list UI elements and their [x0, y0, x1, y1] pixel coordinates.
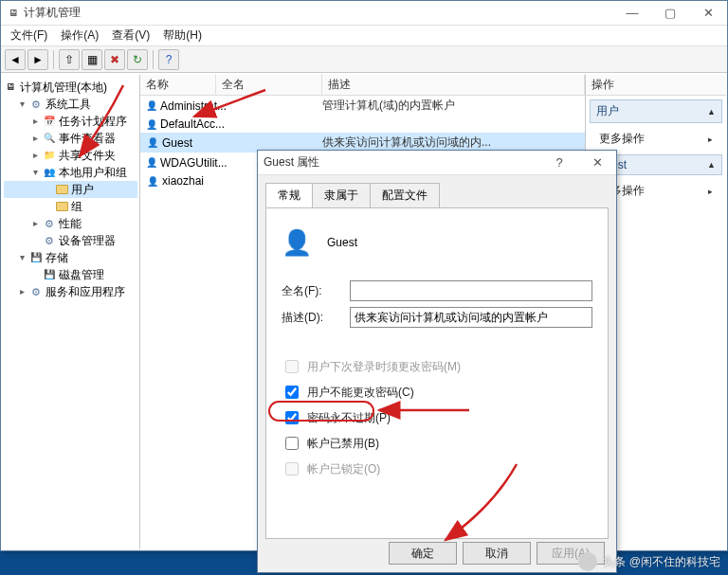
user-icon: 👤: [282, 227, 312, 258]
fullname-label: 全名(F):: [282, 283, 350, 299]
maximize-button[interactable]: ▢: [651, 1, 689, 26]
menu-help[interactable]: 帮助(H): [157, 26, 208, 45]
tree-root[interactable]: 计算机管理(本地): [4, 79, 137, 96]
col-fullname[interactable]: 全名: [216, 74, 322, 96]
tab-memberof[interactable]: 隶属于: [312, 183, 371, 207]
checkbox-row-locked: 帐户已锁定(O): [282, 459, 592, 478]
tab-general[interactable]: 常规: [265, 183, 313, 207]
checkbox-row-must-change: 用户下次登录时须更改密码(M): [282, 357, 592, 376]
titlebar: 计算机管理 — ▢ ✕: [1, 1, 727, 26]
tree-system-tools[interactable]: ▾系统工具: [4, 96, 137, 113]
actions-section-users[interactable]: 用户▲: [590, 99, 722, 123]
refresh-button[interactable]: ↻: [127, 49, 148, 70]
minimize-button[interactable]: —: [613, 1, 651, 26]
actions-header: 操作: [586, 75, 726, 96]
list-row-defaultaccount[interactable]: DefaultAcc...: [140, 116, 585, 133]
ok-button[interactable]: 确定: [389, 542, 457, 565]
fullname-input[interactable]: [350, 280, 592, 301]
dialog-titlebar: Guest 属性 ? ✕: [258, 151, 616, 175]
tree-task-scheduler[interactable]: ▸任务计划程序: [4, 113, 137, 130]
tree-groups[interactable]: 组: [4, 198, 137, 215]
tree-device-manager[interactable]: 设备管理器: [4, 232, 137, 249]
checkbox-cannot-change[interactable]: [285, 386, 299, 399]
close-button[interactable]: ✕: [689, 1, 727, 26]
list-header: 名称 全名 描述: [140, 75, 585, 96]
guest-properties-dialog: Guest 属性 ? ✕ 常规 隶属于 配置文件 👤 Guest 全名(F): …: [257, 150, 617, 573]
menu-view[interactable]: 查看(V): [106, 26, 155, 45]
tree-pane: 计算机管理(本地) ▾系统工具 ▸任务计划程序 ▸事件查看器 ▸共享文件夹 ▾本…: [2, 75, 140, 549]
tree-shared-folders[interactable]: ▸共享文件夹: [4, 147, 137, 164]
col-name[interactable]: 名称: [140, 74, 216, 96]
up-button[interactable]: ⇧: [59, 49, 80, 70]
menu-action[interactable]: 操作(A): [55, 26, 104, 45]
help-button[interactable]: ?: [158, 49, 179, 70]
col-desc[interactable]: 描述: [322, 74, 585, 96]
tree-storage[interactable]: ▾存储: [4, 249, 137, 266]
chevron-up-icon: ▲: [707, 160, 716, 170]
checkbox-row-never-expires[interactable]: 密码永不过期(P): [282, 408, 592, 427]
cancel-button[interactable]: 取消: [463, 542, 531, 565]
checkbox-row-disabled[interactable]: 帐户已禁用(B): [282, 434, 592, 453]
checkbox-account-locked: [285, 462, 299, 476]
window-title: 计算机管理: [24, 5, 81, 21]
tree-performance[interactable]: ▸性能: [4, 215, 137, 232]
tree-services-apps[interactable]: ▸服务和应用程序: [4, 283, 137, 300]
tab-panel-general: 👤 Guest 全名(F): 描述(D): 用户下次登录时须更改密码(M) 用户…: [265, 207, 609, 539]
watermark-text: 头条 @闲不住的科技宅: [603, 554, 720, 570]
checkbox-must-change: [285, 360, 299, 373]
menubar: 文件(F) 操作(A) 查看(V) 帮助(H): [1, 26, 727, 46]
tabs: 常规 隶属于 配置文件: [265, 183, 609, 207]
checkbox-never-expires[interactable]: [285, 411, 299, 424]
tree-local-users-groups[interactable]: ▾本地用户和组: [4, 164, 137, 181]
checkbox-row-cannot-change[interactable]: 用户不能更改密码(C): [282, 383, 592, 402]
tree-users[interactable]: 用户: [4, 181, 137, 198]
username-label: Guest: [327, 236, 357, 249]
props-button[interactable]: ▦: [82, 49, 102, 70]
tree-disk-management[interactable]: 磁盘管理: [4, 266, 137, 283]
description-input[interactable]: [350, 307, 592, 328]
back-button[interactable]: ◄: [5, 49, 26, 70]
checkbox-account-disabled[interactable]: [285, 437, 299, 450]
tree-event-viewer[interactable]: ▸事件查看器: [4, 130, 137, 147]
dialog-help-button[interactable]: ?: [540, 151, 578, 175]
list-row-administrator[interactable]: Administrat... 管理计算机(域)的内置帐户: [140, 96, 585, 116]
app-icon: [7, 7, 20, 20]
delete-button[interactable]: ✖: [104, 49, 125, 70]
description-label: 描述(D):: [282, 310, 350, 326]
chevron-up-icon: ▲: [707, 107, 716, 117]
dialog-title: Guest 属性: [264, 154, 319, 171]
chevron-right-icon: ▸: [708, 135, 713, 144]
forward-button[interactable]: ►: [27, 49, 48, 70]
chevron-right-icon: ▸: [708, 187, 713, 196]
avatar-icon: [578, 552, 597, 571]
actions-more-1[interactable]: 更多操作▸: [586, 127, 726, 151]
toolbar: ◄ ► ⇧ ▦ ✖ ↻ ?: [1, 46, 727, 73]
dialog-close-button[interactable]: ✕: [578, 151, 616, 175]
tab-profile[interactable]: 配置文件: [370, 183, 440, 207]
menu-file[interactable]: 文件(F): [5, 26, 53, 45]
watermark: 头条 @闲不住的科技宅: [578, 552, 720, 571]
